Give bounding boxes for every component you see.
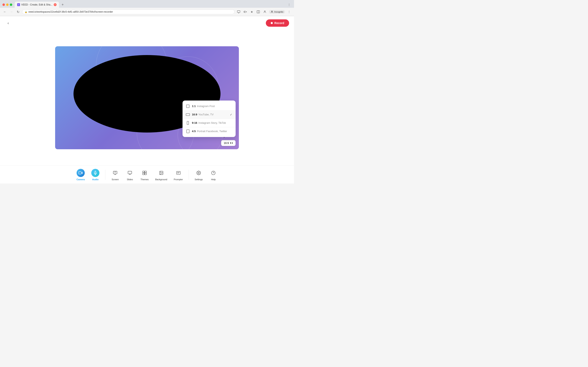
svg-point-7 [272, 11, 273, 12]
url-field[interactable]: 🔒 veed.io/workspaces/22ce6d2f-38c5-4df1-… [22, 9, 234, 14]
split-view-icon[interactable] [256, 9, 261, 14]
back-button[interactable]: ‹ [5, 20, 11, 26]
browser-menu-button[interactable]: ⋮ [287, 2, 292, 7]
ratio-icon-wide [186, 113, 190, 117]
aspect-ratio-value: 16:9 [224, 142, 229, 145]
profile-icon[interactable] [262, 9, 267, 14]
url-bar: ← → ↻ 🔒 veed.io/workspaces/22ce6d2f-38c5… [0, 8, 294, 16]
traffic-light-green[interactable] [10, 3, 12, 6]
svg-point-6 [264, 11, 265, 12]
traffic-lights [2, 3, 12, 6]
bottom-toolbar: Camera Audio [0, 165, 294, 184]
svg-rect-17 [145, 171, 146, 173]
browser-more-button[interactable]: ⋮ [287, 9, 292, 14]
help-label: Help [211, 178, 216, 181]
camera-icon [77, 169, 85, 177]
settings-icon [195, 169, 203, 177]
app-content: ‹ Record 1:1 Instagram Post [0, 16, 294, 184]
slides-icon [126, 169, 134, 177]
svg-rect-14 [128, 171, 132, 174]
ratio-icon-tall [186, 121, 190, 125]
audio-label: Audio [92, 178, 99, 181]
screen-cast-icon[interactable] [236, 9, 241, 14]
background-label: Background [155, 178, 167, 181]
toolbar-item-audio[interactable]: Audio [88, 167, 103, 182]
forward-nav-button[interactable]: → [9, 9, 14, 14]
incognito-badge: Incognito [269, 10, 285, 14]
aspect-ratio-dropdown: 1:1 Instagram Post 16:9 YouTube, TV ✓ 9:… [182, 100, 236, 137]
record-button[interactable]: Record [266, 19, 289, 27]
svg-rect-8 [79, 172, 81, 174]
traffic-light-yellow[interactable] [6, 3, 9, 6]
toolbar-group-secondary: Screen Slides [108, 167, 186, 182]
lock-icon: 🔒 [25, 11, 27, 13]
toolbar-item-themes[interactable]: Themes [137, 167, 152, 182]
settings-label: Settings [195, 178, 203, 181]
video-preview: 1:1 Instagram Post 16:9 YouTube, TV ✓ 9:… [55, 46, 239, 149]
svg-rect-16 [143, 171, 144, 173]
themes-label: Themes [140, 178, 149, 181]
svg-point-21 [160, 172, 161, 173]
help-icon [209, 169, 217, 177]
record-label: Record [274, 21, 284, 25]
toolbar-item-help[interactable]: Help [206, 167, 221, 182]
svg-rect-19 [145, 173, 146, 175]
toolbar-group-utility: Settings Help [191, 167, 221, 182]
ratio-label-1-1: 1:1 Instagram Post [192, 105, 215, 108]
toolbar-separator-1 [105, 170, 105, 180]
tab-bar: V VEED - Create, Edit & Sha... ✕ + ⋮ [0, 0, 294, 8]
prompter-icon [174, 169, 182, 177]
star-icon[interactable]: ★ [249, 9, 254, 14]
ratio-option-1-1[interactable]: 1:1 Instagram Post [182, 102, 236, 110]
browser-actions: ★ Incognito ⋮ [236, 9, 292, 14]
incognito-label: Incognito [274, 11, 283, 13]
ratio-label-9-16: 9:16 Instagram Story, TikTok [192, 121, 226, 124]
tab-title: VEED - Create, Edit & Sha... [21, 3, 52, 6]
svg-rect-0 [237, 11, 240, 12]
audio-icon [91, 169, 99, 177]
tab-close-button[interactable]: ✕ [54, 3, 57, 6]
ratio-label-4-5: 4:5 Portrait Facebook, Twitter [192, 130, 227, 133]
screen-label: Screen [112, 178, 119, 181]
ratio-icon-45 [186, 129, 190, 133]
ratio-label-16-9: 16:9 YouTube, TV [192, 113, 214, 116]
toolbar-item-background[interactable]: Background [152, 167, 171, 182]
svg-rect-18 [143, 173, 144, 175]
new-tab-button[interactable]: + [60, 2, 66, 8]
ratio-option-4-5[interactable]: 4:5 Portrait Facebook, Twitter [182, 127, 236, 135]
toolbar-separator-2 [189, 170, 189, 180]
traffic-light-red[interactable] [2, 3, 5, 6]
themes-icon [140, 169, 149, 177]
ratio-option-9-16[interactable]: 9:16 Instagram Story, TikTok [182, 119, 236, 127]
ratio-icon-square [186, 104, 190, 108]
aspect-ratio-chevron: ⬆⬇ [230, 142, 233, 144]
active-tab[interactable]: V VEED - Create, Edit & Sha... ✕ [15, 2, 59, 8]
background-icon [157, 169, 165, 177]
reload-button[interactable]: ↻ [16, 9, 20, 14]
toolbar-item-camera[interactable]: Camera [73, 167, 88, 182]
toolbar-item-settings[interactable]: Settings [191, 167, 206, 182]
slides-label: Slides [127, 178, 133, 181]
preview-area: 1:1 Instagram Post 16:9 YouTube, TV ✓ 9:… [0, 30, 294, 165]
toolbar-item-screen[interactable]: Screen [108, 167, 122, 182]
mute-icon[interactable] [243, 9, 248, 14]
toolbar-group-main: Camera Audio [73, 167, 103, 182]
svg-point-25 [198, 172, 199, 174]
record-dot [271, 22, 273, 24]
ratio-option-16-9[interactable]: 16:9 YouTube, TV ✓ [182, 110, 236, 119]
screen-icon [111, 169, 119, 177]
top-toolbar: ‹ Record [0, 16, 294, 30]
toolbar-item-prompter[interactable]: Prompter [171, 167, 186, 182]
svg-marker-1 [244, 11, 245, 13]
prompter-label: Prompter [174, 178, 183, 181]
browser-chrome: V VEED - Create, Edit & Sha... ✕ + ⋮ ← →… [0, 0, 294, 16]
back-nav-button[interactable]: ← [2, 9, 7, 14]
aspect-ratio-button[interactable]: 16:9 ⬆⬇ [221, 140, 236, 146]
toolbar-item-slides[interactable]: Slides [122, 167, 137, 182]
tab-favicon: V [17, 3, 20, 6]
camera-label: Camera [77, 178, 85, 181]
check-icon: ✓ [230, 113, 232, 116]
url-text: veed.io/workspaces/22ce6d2f-38c5-4df1-a8… [28, 10, 232, 13]
